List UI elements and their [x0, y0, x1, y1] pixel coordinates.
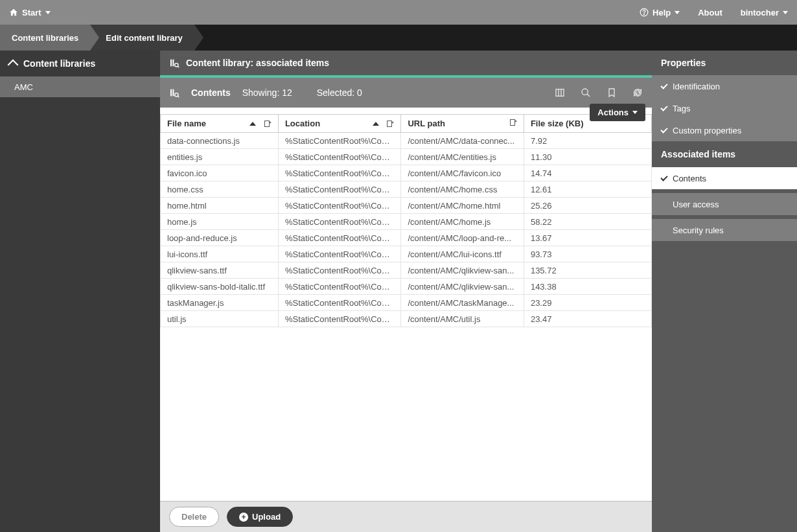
- table-row[interactable]: loop-and-reduce.js%StaticContentRoot%\Co…: [161, 230, 652, 246]
- sort-asc-icon: [249, 122, 256, 126]
- rp-custom-properties[interactable]: Custom properties: [652, 119, 797, 141]
- topbar: Start Help About bintocher: [0, 0, 797, 25]
- cell-location: %StaticContentRoot%\Cont...: [278, 246, 401, 262]
- breadcrumb-content-libraries[interactable]: Content libraries: [0, 25, 90, 51]
- column-action-icon[interactable]: [509, 119, 517, 126]
- cell-filename: taskManager.js: [161, 295, 279, 311]
- columns-icon[interactable]: [555, 87, 565, 98]
- cell-urlpath: /content/AMC/home.js: [401, 214, 524, 230]
- table-row[interactable]: qlikview-sans-bold-italic.ttf%StaticCont…: [161, 279, 652, 295]
- cell-location: %StaticContentRoot%\Cont...: [278, 165, 401, 181]
- about-link[interactable]: About: [698, 8, 722, 17]
- home-icon: [9, 8, 18, 17]
- cell-urlpath: /content/AMC/qlikview-san...: [401, 279, 524, 295]
- rp-contents[interactable]: Contents: [652, 167, 797, 189]
- table-row[interactable]: data-connections.js%StaticContentRoot%\C…: [161, 133, 652, 149]
- sidebar-header-label: Content libraries: [23, 58, 95, 69]
- user-label: bintocher: [741, 8, 779, 17]
- library-icon: [169, 87, 179, 98]
- svg-line-5: [178, 66, 179, 67]
- help-icon: [640, 8, 649, 17]
- cell-filename: home.html: [161, 198, 279, 214]
- contents-table: File name Location URL path File size (K…: [160, 115, 652, 327]
- content-header: Content library: associated items: [160, 51, 652, 75]
- table-row[interactable]: home.css%StaticContentRoot%\Cont.../cont…: [161, 181, 652, 198]
- actions-row: Actions: [160, 108, 652, 115]
- cell-location: %StaticContentRoot%\Cont...: [278, 198, 401, 214]
- right-panel: Properties Identification Tags Custom pr…: [652, 51, 797, 532]
- user-menu[interactable]: bintocher: [741, 8, 788, 17]
- table-row[interactable]: lui-icons.ttf%StaticContentRoot%\Cont...…: [161, 246, 652, 262]
- table-row[interactable]: taskManager.js%StaticContentRoot%\Cont..…: [161, 295, 652, 311]
- cell-filename: loop-and-reduce.js: [161, 230, 279, 246]
- table-row[interactable]: home.html%StaticContentRoot%\Cont.../con…: [161, 198, 652, 214]
- cell-filename: home.js: [161, 214, 279, 230]
- table-row[interactable]: qlikview-sans.ttf%StaticContentRoot%\Con…: [161, 262, 652, 279]
- actions-button[interactable]: Actions: [590, 104, 645, 121]
- caret-down-icon: [675, 11, 680, 14]
- cell-filename: entities.js: [161, 149, 279, 165]
- rp-user-access[interactable]: User access: [652, 193, 797, 215]
- table-row[interactable]: home.js%StaticContentRoot%\Cont.../conte…: [161, 214, 652, 230]
- cell-urlpath: /content/AMC/favicon.ico: [401, 165, 524, 181]
- column-action-icon[interactable]: [386, 120, 394, 128]
- start-menu[interactable]: Start: [9, 8, 51, 17]
- cell-filesize: 135.72: [524, 262, 651, 279]
- cell-location: %StaticContentRoot%\Cont...: [278, 279, 401, 295]
- chevron-up-icon: [8, 60, 19, 71]
- cell-urlpath: /content/AMC/lui-icons.ttf: [401, 246, 524, 262]
- rp-tags[interactable]: Tags: [652, 97, 797, 119]
- rp-security-rules[interactable]: Security rules: [652, 219, 797, 241]
- cell-filesize: 143.38: [524, 279, 651, 295]
- rp-identification[interactable]: Identification: [652, 75, 797, 97]
- cell-urlpath: /content/AMC/entities.js: [401, 149, 524, 165]
- column-action-icon[interactable]: [264, 120, 271, 128]
- svg-rect-7: [172, 89, 174, 97]
- cell-filesize: 23.47: [524, 311, 651, 327]
- th-location[interactable]: Location: [278, 115, 401, 133]
- svg-line-9: [178, 96, 179, 97]
- toolbar-selected: Selected: 0: [317, 87, 362, 98]
- table-row[interactable]: util.js%StaticContentRoot%\Cont.../conte…: [161, 311, 652, 327]
- check-icon: [660, 174, 667, 181]
- cell-location: %StaticContentRoot%\Cont...: [278, 214, 401, 230]
- sidebar-item-amc[interactable]: AMC: [0, 76, 160, 97]
- check-icon: [660, 104, 667, 111]
- table-row[interactable]: favicon.ico%StaticContentRoot%\Cont.../c…: [161, 165, 652, 181]
- bookmark-icon[interactable]: [606, 87, 617, 98]
- content-header-title: Content library: associated items: [186, 58, 329, 68]
- cell-filesize: 58.22: [524, 214, 651, 230]
- svg-rect-21: [510, 120, 514, 126]
- cell-filesize: 12.61: [524, 181, 651, 198]
- search-icon[interactable]: [581, 87, 591, 98]
- th-urlpath[interactable]: URL path: [401, 115, 524, 133]
- breadcrumb-edit-content-library[interactable]: Edit content library: [90, 25, 194, 51]
- sort-asc-icon: [373, 122, 379, 126]
- refresh-icon[interactable]: [632, 87, 643, 98]
- cell-filename: data-connections.js: [161, 133, 279, 149]
- cell-filename: lui-icons.ttf: [161, 246, 279, 262]
- svg-rect-2: [170, 60, 172, 67]
- sidebar: Content libraries AMC: [0, 51, 160, 532]
- help-menu[interactable]: Help: [640, 8, 680, 17]
- cell-filename: home.css: [161, 181, 279, 198]
- svg-point-1: [644, 14, 645, 15]
- cell-urlpath: /content/AMC/home.html: [401, 198, 524, 214]
- cell-urlpath: /content/AMC/util.js: [401, 311, 524, 327]
- upload-button[interactable]: + Upload: [227, 507, 293, 527]
- cell-filesize: 14.74: [524, 165, 651, 181]
- cell-urlpath: /content/AMC/qlikview-san...: [401, 262, 524, 279]
- cell-urlpath: /content/AMC/data-connec...: [401, 133, 524, 149]
- sidebar-item-label: AMC: [14, 82, 33, 92]
- cell-urlpath: /content/AMC/home.css: [401, 181, 524, 198]
- cell-filesize: 11.30: [524, 149, 651, 165]
- delete-button[interactable]: Delete: [169, 507, 219, 527]
- th-filename[interactable]: File name: [161, 115, 279, 133]
- rp-properties-header: Properties: [652, 51, 797, 75]
- actions-label: Actions: [597, 108, 629, 117]
- cell-filename: util.js: [161, 311, 279, 327]
- library-icon: [169, 58, 179, 68]
- sidebar-header[interactable]: Content libraries: [0, 51, 160, 76]
- cell-filename: favicon.ico: [161, 165, 279, 181]
- table-row[interactable]: entities.js%StaticContentRoot%\Cont.../c…: [161, 149, 652, 165]
